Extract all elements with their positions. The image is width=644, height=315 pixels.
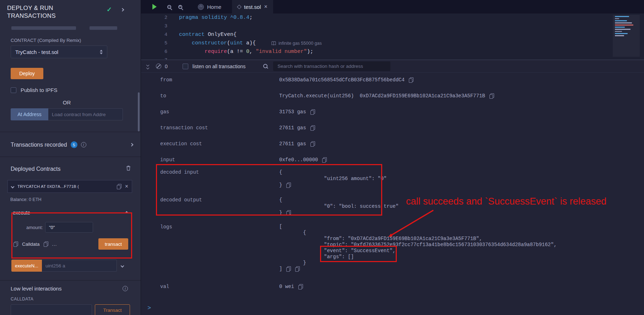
search-icon: [263, 64, 268, 69]
contract-collapse-icon[interactable]: [11, 185, 15, 188]
execute-function-panel: execute amount: Calldata ... transact: [7, 210, 132, 250]
deploy-run-panel: DEPLOY & RUN TRANSACTIONS ✓ CONTRACT (Co…: [0, 0, 141, 315]
code-line: 6 require(a != 0, "invalid number");: [141, 48, 644, 56]
copy-icon[interactable]: [286, 210, 291, 216]
deployed-contract-header[interactable]: TRYCATCH AT 0XD7A...F771B ( ×: [7, 180, 132, 193]
tx-gas-value: 31753 gas: [279, 109, 306, 115]
zoom-in-icon[interactable]: [178, 5, 182, 9]
transaction-details: from 0x5B38Da6a701c568545dCfcB03FcB875f5…: [141, 73, 644, 290]
tx-logs-row: logs [ { "from": "0xD7ACd2a9FD159E69Bb10…: [160, 224, 644, 272]
contract-balance: Balance: 0 ETH: [10, 197, 132, 202]
collapse-function-icon[interactable]: [125, 211, 129, 214]
code-line: 2 pragma solidity ^0.8.4;: [141, 13, 644, 22]
tx-execution-cost-row: execution cost 27611 gas: [160, 141, 644, 147]
contract-select[interactable]: TryCatch - test.sol: [11, 45, 107, 58]
copy-icon[interactable]: [298, 284, 303, 289]
contract-section-label: CONTRACT (Compiled By Remix): [11, 38, 130, 43]
at-address-button[interactable]: At Address: [11, 108, 48, 120]
code-line: 3: [141, 22, 644, 31]
tx-decoded-output-row: decoded output { "0": "bool: success tru…: [160, 197, 644, 216]
panel-expand-icon[interactable]: [121, 8, 124, 11]
transactions-expand-icon[interactable]: [130, 143, 134, 147]
tx-val-value: 0 wei: [279, 283, 294, 290]
code-editor[interactable]: 2 pragma solidity ^0.8.4; 3 4 contract O…: [141, 13, 644, 60]
home-icon: [198, 4, 204, 10]
info-icon: i: [81, 142, 86, 147]
main-area: Home test.sol × 2 pragma solidity ^0.8.4…: [141, 0, 644, 315]
status-check-icon: ✓: [107, 6, 112, 13]
gas-estimate-annotation: infinite gas 55000 gas: [271, 39, 322, 48]
copy-calldata-icon[interactable]: [13, 241, 18, 247]
calldata-caption: CALLDATA: [11, 297, 141, 302]
calldata-label: Calldata: [22, 241, 40, 247]
copy-parameters-icon[interactable]: [44, 241, 48, 247]
solidity-icon: [237, 5, 242, 9]
terminal-prompt[interactable]: >: [147, 305, 151, 311]
low-level-transact-button[interactable]: Transact: [95, 304, 130, 315]
expand-function-icon[interactable]: [121, 264, 124, 267]
line-number: 4: [141, 31, 167, 39]
tx-input-value: 0xfe0...00000: [279, 157, 318, 163]
copy-icon[interactable]: [310, 125, 315, 131]
minimap-viewport: [613, 15, 640, 57]
transact-button[interactable]: transact: [98, 238, 128, 250]
copy-icon[interactable]: [286, 266, 291, 272]
remix-ide: DEPLOY & RUN TRANSACTIONS ✓ CONTRACT (Co…: [0, 0, 644, 315]
parameters-ellipsis: ...: [52, 241, 57, 247]
remove-contract-icon[interactable]: ×: [125, 184, 128, 189]
environment-placeholder: [11, 26, 76, 30]
run-script-icon[interactable]: [152, 4, 157, 10]
terminal: 0 listen on all transactions from 0x5B38…: [141, 60, 644, 315]
terminal-search-input[interactable]: [273, 61, 390, 71]
clear-contracts-icon[interactable]: [126, 165, 131, 172]
tx-input-row: input 0xfe0...00000: [160, 157, 644, 163]
calldata-input[interactable]: [11, 304, 92, 315]
pending-count: 0: [165, 64, 168, 69]
account-placeholder: [90, 26, 117, 30]
amount-label: amount:: [7, 225, 43, 230]
terminal-toolbar: 0 listen on all transactions: [141, 60, 644, 73]
copy-address-icon[interactable]: [117, 184, 121, 189]
tx-decoded-input-row: decoded input { "uint256 amount": "0" }: [160, 169, 644, 188]
execute-nonzero-input[interactable]: [42, 260, 117, 272]
copy-icon[interactable]: [310, 141, 315, 147]
line-number: 5: [141, 39, 167, 48]
sidebar-scrollbar[interactable]: [138, 92, 140, 131]
execute-nonzero-button[interactable]: executeN...: [11, 260, 42, 272]
copy-icon[interactable]: [322, 157, 327, 163]
tx-execution-cost-value: 27611 gas: [279, 141, 306, 147]
tab-home[interactable]: Home: [192, 0, 227, 13]
copy-icon[interactable]: [489, 93, 494, 99]
publish-ipfs-checkbox[interactable]: [11, 87, 16, 93]
at-address-input[interactable]: [48, 108, 123, 120]
panel-header: DEPLOY & RUN TRANSACTIONS ✓: [0, 0, 141, 20]
contract-select-value: TryCatch - test.sol: [15, 49, 58, 55]
select-stepper-icon: [100, 50, 103, 54]
line-number: 3: [141, 22, 167, 31]
minimap[interactable]: [613, 15, 640, 58]
copy-icon[interactable]: [295, 266, 300, 272]
tab-test-sol[interactable]: test.sol ×: [232, 0, 273, 13]
amount-input[interactable]: [45, 222, 93, 233]
toggle-terminal-icon[interactable]: [147, 64, 149, 69]
execute-function-header[interactable]: execute: [7, 210, 132, 216]
info-icon: i: [123, 286, 128, 291]
listen-all-transactions-checkbox[interactable]: [183, 64, 188, 69]
copy-icon[interactable]: [286, 183, 291, 188]
tx-from-value: 0x5B38Da6a701c568545dCfcB03FcB875f56bedd…: [279, 77, 405, 83]
gas-book-icon: [271, 41, 276, 45]
publish-ipfs-label: Publish to IPFS: [21, 87, 57, 93]
deployed-contract-title: TRYCATCH AT 0XD7A...F771B (: [17, 184, 113, 189]
decoded-output-json: { "0": "bool: success true" }: [279, 197, 399, 216]
zoom-out-icon[interactable]: [167, 5, 171, 9]
tx-gas-row: gas 31753 gas: [160, 109, 644, 115]
transactions-recorded-row: Transactions recorded 5 i: [0, 132, 141, 157]
close-tab-icon[interactable]: ×: [264, 4, 267, 10]
decoded-input-json: { "uint256 amount": "0" }: [279, 169, 386, 188]
panel-title: DEPLOY & RUN TRANSACTIONS: [7, 4, 67, 20]
deploy-button[interactable]: Deploy: [11, 68, 43, 79]
copy-icon[interactable]: [409, 77, 413, 83]
low-level-interactions-label: Low level interactions: [11, 286, 61, 292]
copy-icon[interactable]: [310, 109, 315, 115]
pending-count-icon: [156, 64, 161, 69]
